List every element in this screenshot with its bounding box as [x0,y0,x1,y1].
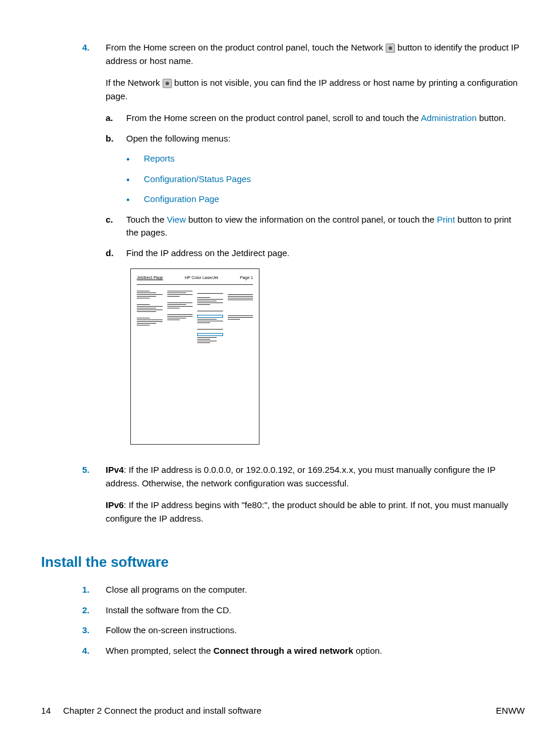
step-number: 2. [82,604,99,617]
jetdirect-title: Jetdirect Page [137,275,163,281]
text-segment: button to view the information on the co… [185,214,437,224]
step-text: Follow the on-screen instructions. [106,624,525,637]
install-step-4: 4. When prompted, select the Connect thr… [82,644,525,658]
bullet-item: ● Configuration/Status Pages [126,173,525,186]
text-segment: When prompted, select the [106,646,213,656]
text-segment: From the Home screen on the product cont… [126,113,421,123]
text-segment: From the Home screen on the product cont… [106,42,386,52]
text-segment: Open the following menus: [126,133,231,143]
step-4: 4. From the Home screen on the product c… [82,41,525,456]
ipv6-label: IPv6 [106,500,124,510]
substep-b: b. Open the following menus: [106,132,525,146]
step-number: 3. [82,624,99,637]
page-number: 14 [41,705,51,715]
step-number: 4. [82,41,99,55]
step-number: 4. [82,644,99,658]
jetdirect-page: Page 1 [240,275,253,281]
install-step-3: 3. Follow the on-screen instructions. [82,624,525,637]
substep-a: a. From the Home screen on the product c… [106,112,525,125]
administration-link: Administration [421,113,477,123]
text-segment: Touch the [126,214,167,224]
step-text: Install the software from the CD. [106,604,525,617]
substep-c: c. Touch the View button to view the inf… [106,213,525,240]
network-icon [163,79,172,88]
step-number: 5. [82,463,99,477]
bullet-text: Configuration/Status Pages [144,173,251,186]
jetdirect-diagram: Jetdirect Page HP Color LaserJet Page 1 [130,268,259,445]
jetdirect-model: HP Color LaserJet [185,275,218,281]
install-step-2: 2. Install the software from the CD. [82,604,525,617]
bullet-item: ● Configuration Page [126,193,525,206]
bullet-icon: ● [126,152,144,166]
footer-right: ENWW [496,704,525,718]
install-step-1: 1. Close all programs on the computer. [82,583,525,597]
step-4-text: From the Home screen on the product cont… [106,41,525,68]
step-number: 1. [82,583,99,597]
ipv4-label: IPv4 [106,465,124,475]
bullet-icon: ● [126,173,144,186]
bullet-text: Configuration Page [144,193,219,206]
view-link: View [167,214,185,224]
substep-marker: b. [106,132,123,146]
bullet-text: Reports [144,152,175,166]
text-segment: If the Network [106,78,163,88]
section-heading-install: Install the software [41,552,525,573]
page-footer: 14 Chapter 2 Connect the product and ins… [41,704,525,718]
bullet-icon: ● [126,193,144,206]
substep-marker: c. [106,213,123,227]
ipv4-text: : If the IP address is 0.0.0.0, or 192.0… [106,465,495,488]
substep-marker: a. [106,112,123,125]
bullet-item: ● Reports [126,152,525,166]
step-text: Close all programs on the computer. [106,583,525,597]
step-4-para2: If the Network button is not visible, yo… [106,76,525,103]
substep-d: d. Find the IP address on the Jetdirect … [106,247,525,260]
text-segment: Find the IP address on the Jetdirect pag… [126,248,289,258]
text-segment: option. [353,646,382,656]
bold-option: Connect through a wired network [213,646,353,656]
text-segment: button. [477,113,506,123]
network-icon [386,43,395,53]
ipv6-text: : If the IP address begins with "fe80:",… [106,500,508,523]
substep-marker: d. [106,247,123,260]
print-link: Print [437,214,455,224]
chapter-title: Chapter 2 Connect the product and instal… [63,705,262,715]
step-5: 5. IPv4: If the IP address is 0.0.0.0, o… [82,463,525,534]
